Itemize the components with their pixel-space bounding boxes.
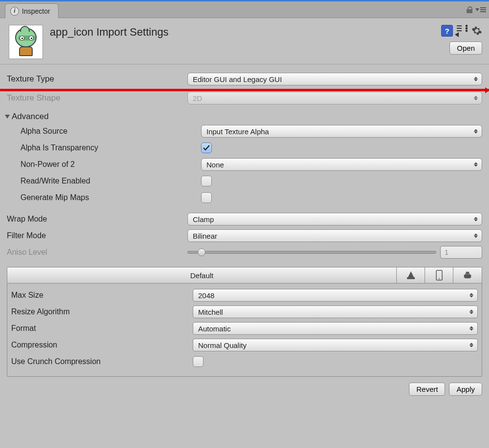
alpha-source-label: Alpha Source xyxy=(20,127,201,136)
open-button[interactable]: Open xyxy=(449,41,482,55)
footer: Revert Apply xyxy=(0,377,489,402)
texture-type-value: Editor GUI and Legacy GUI xyxy=(193,75,282,83)
format-row: Format Automatic xyxy=(11,322,478,335)
preset-icon[interactable] xyxy=(457,25,468,36)
resize-algo-select[interactable]: Mitchell xyxy=(193,305,478,318)
platform-settings-panel: Default Max Size 2048 Resize Algorithm xyxy=(7,267,482,377)
texture-type-label: Texture Type xyxy=(7,74,187,84)
alpha-transparency-row: Alpha Is Transparency xyxy=(7,141,482,155)
filter-mode-select[interactable]: Bilinear xyxy=(187,229,482,242)
generate-mip-label: Generate Mip Maps xyxy=(20,193,201,202)
texture-shape-value: 2D xyxy=(193,94,202,102)
info-icon: i xyxy=(10,7,19,16)
filter-mode-value: Bilinear xyxy=(193,232,217,240)
alpha-source-select[interactable]: Input Texture Alpha xyxy=(201,125,482,138)
aniso-value: 1 xyxy=(440,246,482,259)
texture-shape-label: Texture Shape xyxy=(7,93,187,103)
alpha-transparency-label: Alpha Is Transparency xyxy=(20,143,201,152)
texture-type-row: Texture Type Editor GUI and Legacy GUI xyxy=(7,72,482,86)
resize-algo-label: Resize Algorithm xyxy=(11,307,193,316)
wrap-mode-row: Wrap Mode Clamp xyxy=(7,212,482,226)
resize-algo-row: Resize Algorithm Mitchell xyxy=(11,305,478,319)
texture-shape-select: 2D xyxy=(187,92,482,104)
aniso-slider xyxy=(187,251,436,254)
read-write-checkbox[interactable] xyxy=(201,176,212,186)
alpha-source-row: Alpha Source Input Texture Alpha xyxy=(7,124,482,138)
lock-icon[interactable] xyxy=(467,6,472,13)
crunch-row: Use Crunch Compression xyxy=(11,355,478,368)
format-label: Format xyxy=(11,324,193,333)
compression-label: Compression xyxy=(11,341,193,349)
tab-bar: i Inspector xyxy=(0,1,489,18)
platform-tab-android[interactable] xyxy=(453,267,482,283)
wrap-mode-select[interactable]: Clamp xyxy=(187,213,482,225)
inspector-header: app_icon Import Settings ? Open xyxy=(0,18,489,64)
texture-type-select[interactable]: Editor GUI and Legacy GUI xyxy=(187,73,482,85)
non-power-value: None xyxy=(206,161,224,169)
gear-icon[interactable] xyxy=(471,25,482,36)
filter-mode-row: Filter Mode Bilinear xyxy=(7,229,482,243)
platform-tab-standalone[interactable] xyxy=(397,267,425,283)
read-write-row: Read/Write Enabled xyxy=(7,174,482,188)
format-value: Automatic xyxy=(198,325,231,333)
highlight-line xyxy=(0,89,489,91)
aniso-row: Aniso Level 1 xyxy=(7,245,482,259)
chevron-down-icon xyxy=(5,115,10,119)
max-size-row: Max Size 2048 xyxy=(11,288,478,302)
advanced-foldout[interactable]: Advanced xyxy=(5,112,482,122)
revert-button[interactable]: Revert xyxy=(409,383,445,396)
format-select[interactable]: Automatic xyxy=(193,322,478,335)
alpha-source-value: Input Texture Alpha xyxy=(206,127,269,136)
advanced-label: Advanced xyxy=(12,112,49,122)
platform-tab-default[interactable]: Default xyxy=(7,267,397,283)
resize-algo-value: Mitchell xyxy=(198,308,223,316)
crunch-label: Use Crunch Compression xyxy=(11,357,193,366)
compression-value: Normal Quality xyxy=(198,341,246,349)
compression-select[interactable]: Normal Quality xyxy=(193,339,478,351)
svg-point-2 xyxy=(439,278,440,279)
aniso-slider-thumb xyxy=(198,248,205,256)
generate-mip-row: Generate Mip Maps xyxy=(7,191,482,204)
non-power-label: Non-Power of 2 xyxy=(20,160,201,169)
wrap-mode-label: Wrap Mode xyxy=(7,215,187,224)
inspector-tab[interactable]: i Inspector xyxy=(5,3,59,18)
page-title: app_icon Import Settings xyxy=(50,26,168,39)
alpha-transparency-checkbox[interactable] xyxy=(201,143,212,153)
read-write-label: Read/Write Enabled xyxy=(20,177,201,185)
non-power-select[interactable]: None xyxy=(201,158,482,171)
inspector-tab-label: Inspector xyxy=(22,7,50,15)
max-size-label: Max Size xyxy=(11,291,193,300)
compression-row: Compression Normal Quality xyxy=(11,338,478,352)
max-size-value: 2048 xyxy=(198,291,214,300)
non-power-row: Non-Power of 2 None xyxy=(7,158,482,171)
aniso-label: Aniso Level xyxy=(7,248,187,257)
crunch-checkbox[interactable] xyxy=(193,356,204,367)
filter-mode-label: Filter Mode xyxy=(7,231,187,240)
apply-button[interactable]: Apply xyxy=(449,383,482,396)
wrap-mode-value: Clamp xyxy=(193,215,214,224)
asset-thumbnail xyxy=(9,25,43,59)
generate-mip-checkbox[interactable] xyxy=(201,192,212,203)
texture-shape-row: Texture Shape 2D xyxy=(7,91,482,105)
help-icon[interactable]: ? xyxy=(441,25,453,37)
platform-tab-ios[interactable] xyxy=(425,267,453,283)
svg-rect-0 xyxy=(407,277,415,279)
max-size-select[interactable]: 2048 xyxy=(193,289,478,302)
panel-menu-icon[interactable] xyxy=(475,7,486,12)
